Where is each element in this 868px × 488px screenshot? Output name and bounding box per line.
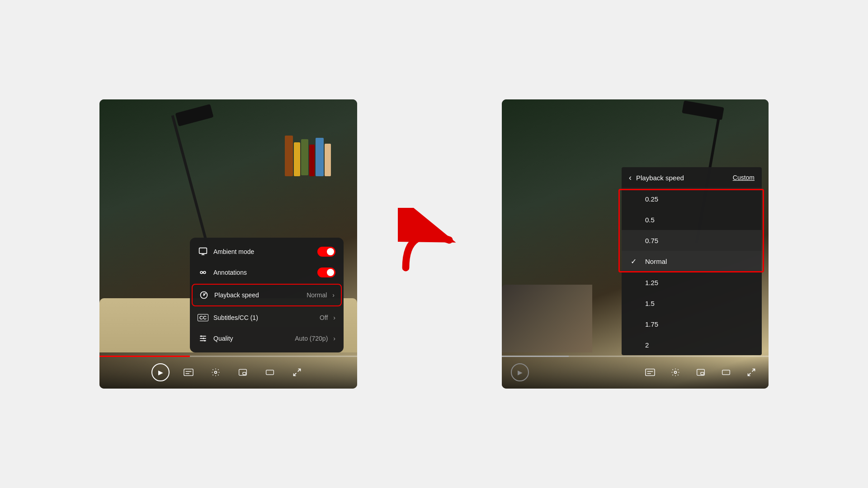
- right-playback-menu: ‹ Playback speed Custom 0.25 0.5 0.75: [622, 167, 762, 355]
- left-settings-button[interactable]: [208, 364, 224, 380]
- right-miniplayer-button[interactable]: [693, 364, 709, 380]
- left-play-button[interactable]: ▶: [151, 363, 170, 381]
- playback-speed-chevron: ›: [332, 291, 335, 299]
- right-theater-button[interactable]: [718, 364, 734, 380]
- speed-check-15: [631, 299, 640, 307]
- quality-icon: [198, 333, 208, 343]
- svg-point-18: [215, 371, 217, 374]
- left-bookshelf: [280, 127, 344, 226]
- svg-point-28: [675, 371, 677, 374]
- speed-label-175: 1.75: [645, 320, 658, 328]
- playback-speed-value: Normal: [307, 291, 327, 299]
- annotations-icon: [198, 267, 208, 277]
- speed-label-05: 0.5: [645, 216, 655, 224]
- playback-speed-label: Playback speed: [214, 291, 301, 299]
- svg-point-3: [200, 272, 203, 274]
- svg-rect-20: [243, 372, 246, 375]
- speed-label-2: 2: [645, 341, 649, 349]
- speed-check-05: [631, 216, 640, 224]
- right-fullscreen-button[interactable]: [743, 364, 760, 380]
- subtitles-item[interactable]: CC Subtitles/CC (1) Off ›: [190, 307, 344, 328]
- playback-speed-icon: [199, 290, 209, 300]
- page-wrapper: Ambient mode Annotations: [0, 0, 868, 488]
- subtitles-value: Off: [320, 314, 328, 321]
- playback-title: Playback speed: [636, 174, 728, 182]
- svg-line-22: [298, 369, 301, 372]
- speed-option-15[interactable]: 1.5: [622, 293, 762, 314]
- speed-label-125: 1.25: [645, 279, 658, 286]
- right-settings-button[interactable]: [667, 364, 684, 380]
- right-seat: [502, 285, 592, 352]
- left-fullscreen-button[interactable]: [289, 364, 305, 380]
- ambient-mode-icon: [198, 247, 208, 257]
- svg-rect-0: [199, 248, 207, 254]
- left-settings-menu: Ambient mode Annotations: [190, 238, 344, 352]
- right-controls: ▶: [502, 356, 769, 389]
- custom-link[interactable]: Custom: [733, 174, 755, 181]
- back-button[interactable]: ‹: [629, 174, 632, 182]
- speed-check-2: [631, 341, 640, 349]
- speed-check-025: [631, 195, 640, 203]
- annotations-label: Annotations: [213, 269, 312, 276]
- speed-check-175: [631, 320, 640, 328]
- speed-option-05[interactable]: 0.5: [622, 209, 762, 230]
- speed-check-075: [631, 236, 640, 244]
- right-play-icon: ▶: [518, 369, 523, 376]
- speed-option-125[interactable]: 1.25: [622, 272, 762, 293]
- speed-check-125: [631, 278, 640, 286]
- speed-option-2[interactable]: 2: [622, 334, 762, 355]
- left-play-icon: ▶: [158, 369, 163, 376]
- ambient-mode-toggle[interactable]: [317, 247, 335, 257]
- left-theater-button[interactable]: [262, 364, 278, 380]
- speed-label-025: 0.25: [645, 195, 658, 203]
- quality-label: Quality: [213, 335, 289, 342]
- right-play-button[interactable]: ▶: [511, 363, 529, 381]
- svg-rect-25: [646, 369, 655, 376]
- speed-label-15: 1.5: [645, 300, 655, 307]
- right-video-panel: ‹ Playback speed Custom 0.25 0.5 0.75: [502, 99, 769, 389]
- annotations-item[interactable]: Annotations: [190, 262, 344, 283]
- quality-chevron: ›: [333, 335, 335, 342]
- left-miniplayer-button[interactable]: [235, 364, 251, 380]
- speed-option-normal[interactable]: ✓ Normal: [622, 251, 762, 272]
- svg-rect-30: [701, 372, 704, 375]
- ambient-mode-label: Ambient mode: [213, 248, 312, 255]
- speed-label-normal: Normal: [645, 258, 667, 265]
- svg-rect-21: [266, 370, 274, 375]
- subtitles-icon: CC: [198, 313, 208, 323]
- arrow-container: [393, 199, 466, 289]
- speed-label-075: 0.75: [645, 237, 658, 244]
- speed-option-025[interactable]: 0.25: [622, 188, 762, 209]
- quality-item[interactable]: Quality Auto (720p) ›: [190, 328, 344, 349]
- svg-point-4: [203, 272, 206, 274]
- subtitles-label: Subtitles/CC (1): [213, 314, 314, 321]
- ambient-mode-knob: [327, 248, 334, 255]
- svg-rect-15: [184, 369, 193, 376]
- subtitles-chevron: ›: [333, 314, 335, 321]
- quality-value: Auto (720p): [295, 335, 328, 342]
- speed-option-075[interactable]: 0.75: [622, 230, 762, 251]
- left-video-panel: Ambient mode Annotations: [99, 99, 357, 389]
- svg-line-33: [748, 373, 751, 376]
- left-subtitles-button[interactable]: [180, 364, 197, 380]
- ambient-mode-item[interactable]: Ambient mode: [190, 241, 344, 262]
- annotations-knob: [327, 269, 334, 276]
- playback-speed-item[interactable]: Playback speed Normal ›: [192, 284, 342, 306]
- svg-rect-31: [722, 370, 730, 375]
- speed-check-normal: ✓: [631, 257, 640, 266]
- speed-option-175[interactable]: 1.75: [622, 314, 762, 334]
- svg-line-32: [752, 369, 755, 372]
- annotations-toggle[interactable]: [317, 267, 335, 277]
- svg-line-23: [294, 373, 297, 376]
- red-arrow-icon: [398, 208, 461, 280]
- playback-header: ‹ Playback speed Custom: [622, 167, 762, 188]
- left-controls: ▶: [99, 356, 357, 389]
- right-subtitles-button[interactable]: [642, 364, 658, 380]
